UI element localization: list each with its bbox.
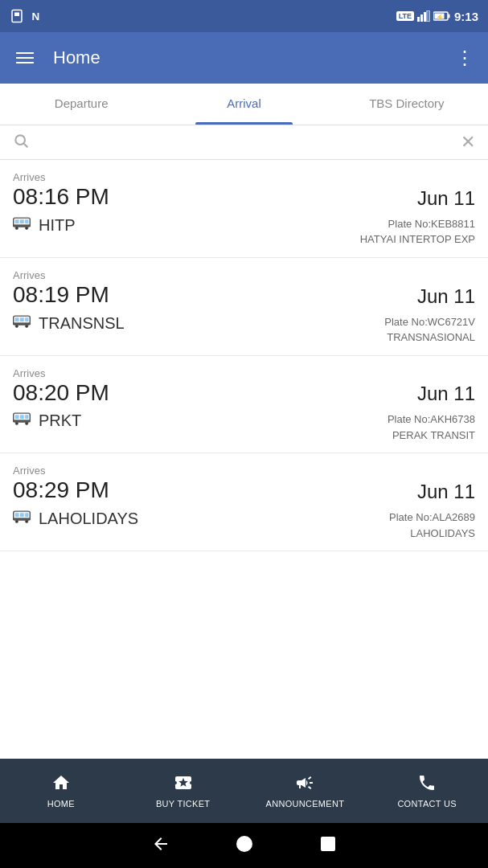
phone-icon (417, 773, 437, 796)
bus-icon-1 (13, 216, 31, 235)
arrival-date-1: Jun 11 (417, 187, 475, 210)
bus-icon-3 (13, 411, 31, 430)
lte-badge: LTE (396, 11, 414, 21)
arrives-label-1: Arrives (13, 171, 109, 183)
arrival-date-3: Jun 11 (417, 383, 475, 405)
svg-rect-3 (417, 17, 420, 22)
arrival-item-2[interactable]: Arrives 08:19 PM Jun 11 (0, 258, 488, 356)
ticket-icon (174, 773, 193, 796)
status-bar: N LTE ⚡ 9:13 (0, 0, 488, 32)
arrivals-list: Arrives 08:16 PM Jun 11 (0, 160, 488, 759)
tab-bar: Departure Arrival TBS Directory (0, 84, 488, 125)
svg-text:⚡: ⚡ (436, 13, 444, 21)
tab-arrival[interactable]: Arrival (162, 84, 325, 125)
svg-point-19 (25, 227, 27, 229)
svg-rect-28 (15, 416, 19, 420)
android-recents-button[interactable] (318, 834, 338, 857)
operator-name-2: TRANSNSL (39, 314, 125, 333)
status-bar-left-icons: N (10, 9, 45, 23)
android-back-button[interactable] (151, 834, 170, 857)
arrival-date-4: Jun 11 (417, 481, 475, 503)
svg-rect-4 (420, 14, 423, 22)
svg-rect-17 (13, 224, 31, 227)
svg-rect-21 (15, 317, 19, 321)
plate-info-3: Plate No:AKH6738 PERAK TRANSIT (388, 411, 475, 443)
svg-rect-37 (25, 513, 28, 517)
plate-info-2: Plate No:WC6721V TRANSNASIONAL (384, 314, 475, 346)
arrival-item-1[interactable]: Arrives 08:16 PM Jun 11 (0, 160, 488, 258)
more-options-button[interactable]: ⋮ (455, 47, 475, 69)
arrives-label-2: Arrives (13, 269, 109, 281)
arrival-time-4: 08:29 PM (13, 478, 109, 503)
search-bar: ✕ (0, 125, 488, 160)
bottom-nav: HOME BUY TICKET ANNOUNCEMENT CONTACT US (0, 759, 488, 823)
svg-rect-35 (15, 513, 19, 517)
svg-point-11 (15, 135, 25, 145)
operator-name-3: PRKT (39, 411, 81, 430)
svg-text:N: N (32, 10, 40, 23)
svg-rect-16 (25, 219, 28, 223)
svg-point-25 (15, 325, 18, 327)
svg-rect-36 (20, 513, 24, 517)
arrival-time-1: 08:16 PM (13, 185, 109, 210)
svg-rect-5 (424, 12, 426, 22)
nav-announcement[interactable]: ANNOUNCEMENT (244, 773, 367, 809)
home-icon (51, 773, 71, 796)
nav-buy-ticket[interactable]: BUY TICKET (122, 773, 244, 809)
svg-rect-23 (25, 317, 28, 321)
nav-home[interactable]: HOME (0, 773, 122, 809)
arrival-date-2: Jun 11 (417, 285, 475, 308)
svg-rect-42 (322, 837, 334, 850)
arrival-time-2: 08:19 PM (13, 283, 109, 308)
svg-rect-6 (427, 10, 429, 22)
svg-point-41 (237, 837, 252, 851)
svg-point-26 (25, 325, 27, 327)
plate-info-4: Plate No:ALA2689 LAHOLIDAYS (389, 510, 475, 541)
android-nav-bar (0, 823, 488, 868)
arrival-time-3: 08:20 PM (13, 381, 109, 406)
nav-buy-ticket-label: BUY TICKET (156, 799, 210, 809)
svg-rect-15 (20, 219, 24, 223)
svg-rect-14 (15, 219, 19, 223)
nav-contact-us-label: CONTACT US (397, 799, 457, 809)
tab-departure[interactable]: Departure (0, 84, 162, 125)
arrival-item-4[interactable]: Arrives 08:29 PM Jun 11 (0, 453, 488, 551)
svg-rect-30 (25, 416, 28, 420)
nav-announcement-label: ANNOUNCEMENT (266, 799, 345, 809)
menu-button[interactable] (13, 49, 37, 67)
status-bar-right-icons: LTE ⚡ 9:13 (396, 10, 478, 23)
search-icon (13, 133, 29, 153)
svg-rect-31 (13, 420, 31, 423)
svg-rect-24 (13, 322, 31, 325)
svg-rect-38 (13, 518, 31, 521)
nav-home-label: HOME (47, 799, 75, 809)
bus-icon-4 (13, 510, 31, 528)
operator-name-4: LAHOLIDAYS (39, 510, 138, 528)
svg-point-18 (15, 227, 18, 229)
svg-rect-1 (14, 13, 19, 17)
page-title: Home (53, 47, 455, 68)
status-time: 9:13 (454, 10, 478, 23)
header: Home ⋮ (0, 32, 488, 84)
svg-point-39 (15, 520, 18, 522)
operator-name-1: HITP (39, 216, 76, 235)
android-home-button[interactable] (235, 834, 254, 857)
svg-rect-22 (20, 317, 24, 321)
svg-point-33 (25, 423, 27, 425)
svg-point-32 (15, 423, 18, 425)
search-clear-button[interactable]: ✕ (461, 132, 475, 153)
search-input[interactable] (35, 135, 461, 149)
svg-rect-29 (20, 416, 24, 420)
arrives-label-3: Arrives (13, 367, 109, 379)
svg-line-12 (24, 143, 28, 147)
plate-info-1: Plate No:KEB8811 HATYAI INTERTOP EXP (360, 216, 475, 248)
tab-tbs-directory[interactable]: TBS Directory (326, 84, 488, 125)
bus-icon-2 (13, 314, 31, 333)
svg-rect-8 (448, 14, 449, 18)
announcement-icon (295, 773, 314, 796)
arrival-item-3[interactable]: Arrives 08:20 PM Jun 11 (0, 356, 488, 454)
svg-point-40 (25, 520, 27, 522)
arrives-label-4: Arrives (13, 465, 109, 477)
nav-contact-us[interactable]: CONTACT US (366, 773, 488, 809)
